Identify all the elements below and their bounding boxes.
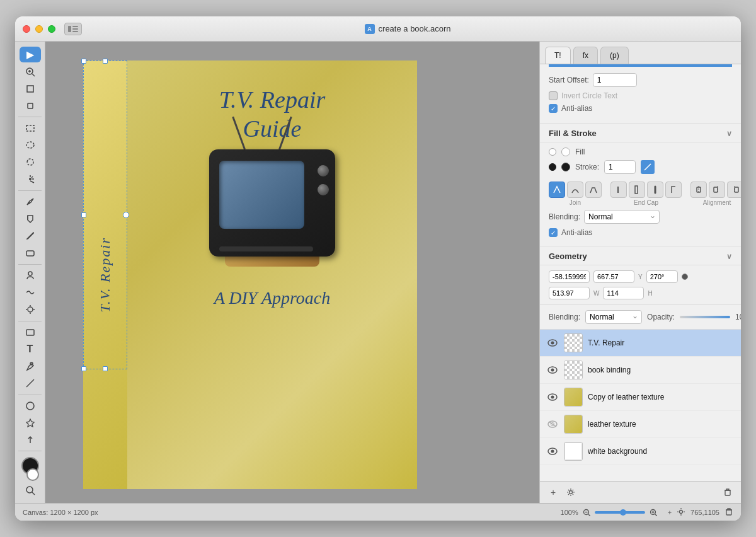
blending-antialias-checkbox[interactable]: ✓ bbox=[549, 228, 558, 237]
invert-circle-checkbox[interactable] bbox=[549, 91, 558, 100]
marquee-ellipse-tool[interactable] bbox=[20, 137, 41, 153]
rotation-handle[interactable] bbox=[682, 274, 688, 280]
stroke-row: Stroke: bbox=[549, 160, 732, 174]
blending-antialias-label: Anti-alias bbox=[561, 228, 592, 237]
endcap-butt-btn[interactable] bbox=[610, 182, 627, 198]
smudge-tool[interactable] bbox=[20, 285, 41, 301]
delete-layer-button[interactable] bbox=[721, 485, 735, 499]
select-tool[interactable]: ▶ bbox=[20, 47, 41, 62]
align-outer-btn[interactable] bbox=[727, 182, 741, 198]
paint-bucket-tool[interactable] bbox=[20, 211, 41, 227]
svg-point-10 bbox=[26, 142, 34, 148]
layer-visibility-button[interactable] bbox=[546, 364, 559, 376]
stroke-color-swatch[interactable] bbox=[561, 163, 570, 171]
layer-item[interactable]: T.V. Repair bbox=[540, 330, 741, 357]
layer-visibility-button[interactable] bbox=[546, 337, 559, 349]
start-offset-input[interactable] bbox=[593, 73, 637, 87]
lasso-tool[interactable] bbox=[20, 154, 41, 170]
endcap-round-btn[interactable] bbox=[647, 182, 663, 198]
x-input[interactable] bbox=[549, 270, 590, 283]
layer-name: white background bbox=[588, 447, 735, 456]
angle-input[interactable] bbox=[646, 270, 678, 283]
fill-stroke-chevron[interactable]: ∨ bbox=[726, 129, 732, 138]
layer-thumbnail bbox=[564, 415, 583, 434]
dodge-tool[interactable] bbox=[20, 302, 41, 318]
bottom-blending-select[interactable]: Normal Multiply Screen bbox=[585, 310, 642, 324]
layer-item[interactable]: Copy of leather texture bbox=[540, 384, 741, 411]
stroke-width-input[interactable] bbox=[604, 160, 636, 174]
add-element-button[interactable]: + bbox=[668, 509, 672, 516]
magic-wand-tool[interactable] bbox=[20, 171, 41, 187]
join-miter-btn[interactable] bbox=[549, 182, 565, 198]
blending-label: Blending: bbox=[549, 212, 580, 221]
zoom-slider[interactable] bbox=[595, 511, 645, 514]
shape-ellipse-tool[interactable] bbox=[20, 398, 41, 413]
layers-list: T.V. Repair book binding bbox=[540, 330, 741, 465]
text-tool[interactable]: T bbox=[20, 341, 41, 357]
antialias-row: ✓ Anti-alias bbox=[549, 104, 732, 113]
stroke-radio[interactable] bbox=[549, 163, 556, 171]
svg-rect-39 bbox=[714, 187, 718, 192]
minimize-button[interactable] bbox=[35, 25, 43, 33]
layer-item[interactable]: white background bbox=[540, 438, 741, 465]
close-button[interactable] bbox=[23, 25, 30, 33]
layer-item[interactable]: book binding bbox=[540, 357, 741, 384]
star-tool[interactable] bbox=[20, 415, 41, 430]
zoom-view-tool[interactable] bbox=[20, 482, 41, 498]
crop-tool[interactable] bbox=[20, 81, 41, 96]
align-center-btn[interactable] bbox=[690, 182, 707, 198]
endcap-square-btn[interactable] bbox=[629, 182, 645, 198]
layer-settings-button[interactable] bbox=[564, 485, 578, 499]
join-group: Join bbox=[549, 182, 602, 206]
zoom-in-button[interactable] bbox=[649, 508, 658, 517]
zoom-area: 100% bbox=[561, 508, 658, 517]
marquee-rect-tool[interactable] bbox=[20, 120, 41, 136]
fill-radio[interactable] bbox=[549, 148, 556, 156]
y-input[interactable] bbox=[593, 270, 634, 283]
clone-tool[interactable] bbox=[20, 268, 41, 284]
layer-thumbnail bbox=[564, 442, 583, 461]
fill-color-swatch[interactable] bbox=[561, 147, 570, 156]
transform-tool[interactable] bbox=[20, 98, 41, 113]
pen-tool[interactable] bbox=[20, 194, 41, 210]
opacity-slider[interactable] bbox=[680, 316, 730, 318]
shape-rect-tool[interactable] bbox=[20, 324, 41, 340]
blending-select[interactable]: Normal Multiply Screen Overlay bbox=[584, 210, 660, 224]
tab-p[interactable]: (p) bbox=[600, 47, 629, 64]
layer-visibility-button[interactable] bbox=[546, 445, 559, 458]
layer-visibility-button[interactable] bbox=[546, 418, 559, 430]
svg-marker-29 bbox=[26, 419, 34, 427]
align-inner-btn[interactable] bbox=[709, 182, 725, 198]
sidebar-toggle-button[interactable] bbox=[64, 23, 82, 35]
y-label: Y bbox=[638, 274, 643, 280]
layer-item[interactable]: leather texture bbox=[540, 411, 741, 438]
endcap-extra-btn[interactable] bbox=[665, 182, 682, 198]
w-input[interactable] bbox=[549, 287, 590, 299]
main-window: A create a book.acorn ▶ bbox=[15, 16, 741, 521]
add-layer-button[interactable]: + bbox=[546, 485, 560, 499]
canvas-area[interactable]: T.V. Repair T.V. Repair Guide bbox=[45, 42, 539, 503]
stroke-color-button[interactable] bbox=[641, 160, 655, 174]
maximize-button[interactable] bbox=[48, 25, 55, 33]
tab-fx[interactable]: fx bbox=[573, 47, 598, 64]
layer-visibility-button[interactable] bbox=[546, 391, 559, 403]
zoom-tool[interactable] bbox=[20, 64, 41, 79]
delete-element-button[interactable] bbox=[724, 507, 733, 517]
zoom-out-button[interactable] bbox=[582, 508, 591, 517]
eraser-tool[interactable] bbox=[20, 245, 41, 261]
fill-stroke-header: Fill & Stroke ∨ bbox=[540, 124, 741, 142]
arrow-tool[interactable] bbox=[20, 432, 41, 448]
settings-button[interactable] bbox=[677, 507, 685, 517]
brush-tool[interactable] bbox=[20, 228, 41, 244]
geometry-chevron[interactable]: ∨ bbox=[726, 252, 732, 261]
join-round-btn[interactable] bbox=[567, 182, 583, 198]
vector-pen-tool[interactable] bbox=[20, 358, 41, 374]
join-bevel-btn[interactable] bbox=[585, 182, 602, 198]
line-tool[interactable] bbox=[20, 376, 41, 391]
layer-name: leather texture bbox=[588, 420, 735, 429]
h-input[interactable] bbox=[603, 287, 644, 299]
background-color[interactable] bbox=[26, 468, 39, 481]
spine-text: T.V. Repair bbox=[97, 237, 113, 313]
tab-tools[interactable]: T! bbox=[545, 47, 571, 64]
antialias-checkbox[interactable]: ✓ bbox=[549, 104, 558, 113]
